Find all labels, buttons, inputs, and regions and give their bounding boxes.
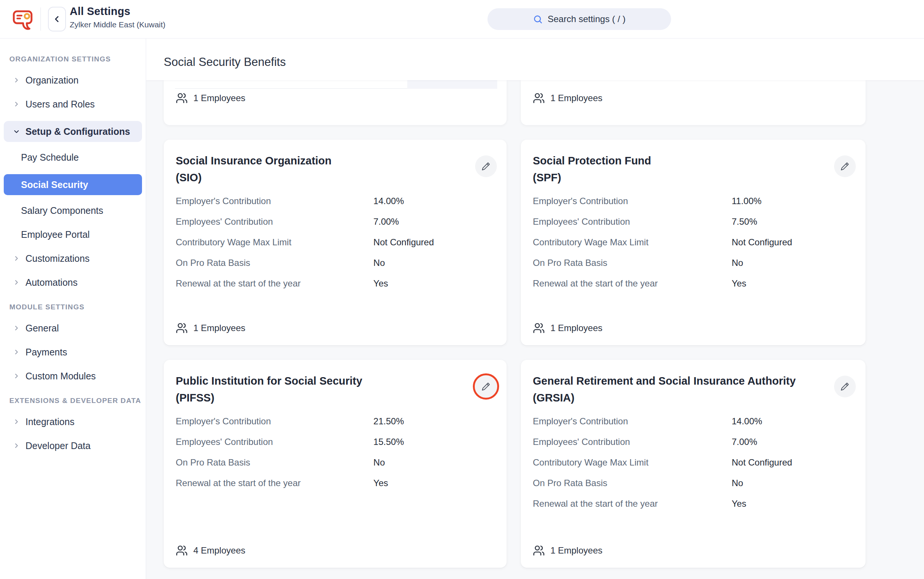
card-fields: Employer's Contribution14.00% Employees'…	[176, 196, 495, 289]
page-title: Social Security Benefits	[164, 56, 286, 69]
sidebar-item-organization[interactable]: Organization	[4, 73, 142, 87]
field-value: 14.00%	[732, 416, 854, 427]
field-value: Not Configured	[374, 237, 495, 247]
employees-count: 1 Employees	[176, 322, 495, 334]
back-button[interactable]	[48, 7, 66, 31]
page-header: Social Security Benefits	[146, 39, 924, 80]
field-value: No	[732, 258, 854, 268]
sidebar-item-customizations[interactable]: Customizations	[4, 251, 142, 265]
field-label: Contributory Wage Max Limit	[533, 237, 732, 247]
benefit-card-pifss: Public Institution for Social Security(P…	[164, 360, 506, 568]
sidebar-item-integrations[interactable]: Integrations	[4, 415, 142, 429]
zoho-payroll-logo-icon[interactable]	[10, 7, 35, 31]
chevron-down-icon	[13, 127, 22, 136]
edit-button[interactable]	[475, 155, 497, 177]
truncated-table-row	[175, 80, 497, 89]
sidebar-item-payments[interactable]: Payments	[4, 345, 142, 359]
benefit-cards-grid: 1 Employees 1 Employees	[164, 80, 865, 568]
sidebar-item-label: Salary Components	[21, 205, 103, 216]
employees-count: 1 Employees	[176, 92, 495, 114]
field-value: 7.00%	[732, 437, 854, 447]
chevron-right-icon	[13, 254, 22, 263]
card-title: Social Insurance Organization(SIO)	[176, 152, 460, 186]
field-value: 21.50%	[374, 416, 495, 427]
sidebar-item-label: Social Security	[21, 179, 88, 190]
field-label: On Pro Rata Basis	[533, 478, 732, 488]
sidebar-item-general[interactable]: General	[4, 321, 142, 335]
field-label: Renewal at the start of the year	[533, 499, 732, 509]
field-label: Renewal at the start of the year	[176, 278, 374, 289]
settings-search-input[interactable]: Search settings ( / )	[488, 8, 671, 30]
field-value: Yes	[732, 499, 854, 509]
sidebar-item-employee-portal[interactable]: Employee Portal	[4, 227, 142, 242]
field-label: On Pro Rata Basis	[176, 457, 374, 468]
sidebar-item-salary-components[interactable]: Salary Components	[4, 203, 142, 218]
field-label: Renewal at the start of the year	[533, 278, 732, 289]
field-label: Contributory Wage Max Limit	[176, 237, 374, 247]
organization-name: Zylker Middle East (Kuwait)	[70, 20, 165, 29]
field-value: Yes	[732, 278, 854, 289]
field-value: 11.00%	[732, 196, 854, 206]
employees-count: 1 Employees	[533, 545, 854, 556]
chevron-left-icon	[52, 14, 62, 24]
sidebar-item-label: Integrations	[26, 417, 75, 427]
sidebar-item-label: Organization	[26, 75, 79, 86]
users-icon	[533, 545, 545, 556]
sidebar-item-label: Developer Data	[26, 440, 91, 451]
sidebar-item-label: Employee Portal	[21, 229, 90, 240]
sidebar-item-developer-data[interactable]: Developer Data	[4, 438, 142, 453]
app-title: All Settings	[70, 5, 165, 18]
field-value: 7.50%	[732, 216, 854, 227]
benefit-card-partial-left: 1 Employees	[164, 80, 506, 125]
field-value: Not Configured	[732, 237, 854, 247]
sidebar-item-label: Pay Schedule	[21, 152, 79, 163]
chevron-right-icon	[13, 417, 22, 426]
search-icon	[533, 14, 543, 25]
section-extensions-developer-data: EXTENSIONS & DEVELOPER DATA	[9, 397, 146, 405]
chevron-right-icon	[13, 278, 22, 287]
sidebar-item-users-and-roles[interactable]: Users and Roles	[4, 97, 142, 111]
card-fields: Employer's Contribution21.50% Employees'…	[176, 416, 495, 488]
card-title: General Retirement and Social Insurance …	[533, 373, 818, 406]
chevron-right-icon	[13, 348, 22, 357]
header-divider	[41, 8, 41, 31]
sidebar-item-pay-schedule[interactable]: Pay Schedule	[4, 150, 142, 164]
sidebar-item-social-security[interactable]: Social Security	[4, 174, 142, 195]
sidebar-item-automations[interactable]: Automations	[4, 275, 142, 290]
field-value: Yes	[374, 478, 495, 488]
sidebar-item-custom-modules[interactable]: Custom Modules	[4, 369, 142, 383]
field-label: Employer's Contribution	[533, 196, 732, 206]
chevron-right-icon	[13, 441, 22, 450]
benefit-card-spf: Social Protection Fund(SPF) Employer's C…	[521, 140, 865, 345]
sidebar-item-label: Automations	[26, 277, 77, 288]
sidebar-item-label: Users and Roles	[26, 99, 95, 110]
edit-button[interactable]	[834, 155, 856, 177]
users-icon	[176, 545, 188, 556]
card-title: Social Protection Fund(SPF)	[533, 152, 818, 186]
benefit-card-sio: Social Insurance Organization(SIO) Emplo…	[164, 140, 506, 345]
field-label: On Pro Rata Basis	[533, 258, 732, 268]
field-label: Employees' Contribution	[533, 216, 732, 227]
field-value: Yes	[374, 278, 495, 289]
card-fields: Employer's Contribution14.00% Employees'…	[533, 416, 854, 509]
chevron-right-icon	[13, 76, 22, 85]
field-label: Employer's Contribution	[533, 416, 732, 427]
sidebar-item-label: Custom Modules	[26, 371, 96, 382]
pencil-icon	[481, 382, 491, 391]
edit-button[interactable]	[834, 376, 856, 397]
field-value: 15.50%	[374, 437, 495, 447]
section-module-settings: MODULE SETTINGS	[9, 303, 146, 311]
chevron-right-icon	[13, 371, 22, 381]
pencil-icon	[481, 162, 491, 171]
users-icon	[533, 92, 545, 104]
field-value: 14.00%	[374, 196, 495, 206]
field-label: On Pro Rata Basis	[176, 258, 374, 268]
field-label: Employees' Contribution	[176, 437, 374, 447]
field-label: Employees' Contribution	[533, 437, 732, 447]
settings-sidebar: ORGANIZATION SETTINGS Organization Users…	[0, 39, 146, 579]
field-value: No	[374, 457, 495, 468]
field-value: No	[732, 478, 854, 488]
edit-button-highlighted[interactable]	[473, 373, 499, 400]
sidebar-item-label: Customizations	[26, 253, 90, 264]
sidebar-item-setup-configurations[interactable]: Setup & Configurations	[4, 121, 142, 142]
